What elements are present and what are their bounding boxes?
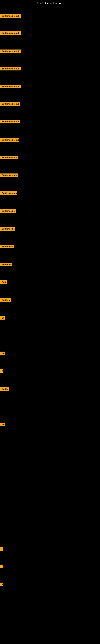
bottleneck-badge[interactable]: Bottleneck result xyxy=(0,14,21,18)
site-title: TheBottlenecker.com xyxy=(0,0,100,6)
bottleneck-badge[interactable]: Bottlene xyxy=(0,298,11,302)
bottleneck-badge[interactable]: Bottleneck re xyxy=(0,245,14,248)
bottleneck-badge[interactable]: Bottleneck result xyxy=(0,67,21,70)
bottleneck-badge[interactable]: Bottleneck result xyxy=(0,138,19,142)
bottleneck-badge[interactable]: Bottleneck result xyxy=(0,31,21,35)
bottleneck-badge[interactable]: Bottleneck resu xyxy=(0,174,18,177)
bottleneck-badge[interactable]: | xyxy=(0,547,3,550)
bottleneck-badge[interactable]: | xyxy=(0,565,3,568)
bottleneck-badge[interactable]: Bottleneck res xyxy=(0,227,15,231)
bottleneck-badge[interactable]: Bo xyxy=(0,422,5,426)
bottleneck-badge[interactable]: Bottleneck res xyxy=(0,192,17,195)
bottleneck-badge[interactable]: E xyxy=(0,582,3,586)
bottleneck-badge[interactable]: Bottle xyxy=(0,387,9,391)
bottleneck-badge[interactable]: Bottleneck result xyxy=(0,102,20,106)
bottleneck-badge[interactable]: Bottleneck result xyxy=(0,50,21,53)
bottleneck-badge[interactable]: Bottleneck result xyxy=(0,85,21,88)
bottleneck-badge[interactable]: Bott xyxy=(0,280,7,284)
bottleneck-badge[interactable]: Bottleneck result xyxy=(0,156,18,160)
bottleneck-badge[interactable]: Bo xyxy=(0,316,5,320)
bottleneck-badge[interactable]: Bo xyxy=(0,352,5,355)
bottleneck-badge[interactable]: Bottlenec xyxy=(0,263,12,266)
bottleneck-badge[interactable]: B xyxy=(0,369,3,373)
bottleneck-badge[interactable]: Bottleneck result xyxy=(0,120,20,123)
bottleneck-badge[interactable]: Bottleneck res xyxy=(0,209,16,213)
